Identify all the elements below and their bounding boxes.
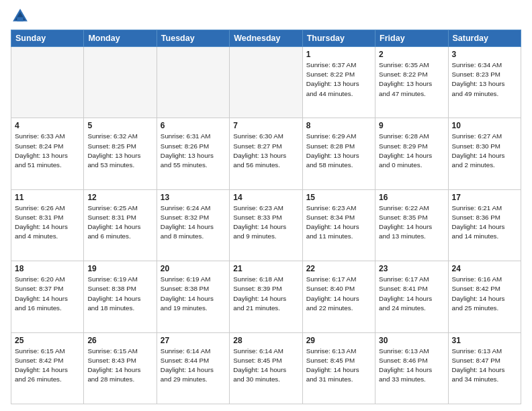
day-number: 16: [379, 193, 444, 202]
day-info: Sunrise: 6:27 AM Sunset: 8:30 PM Dayligh…: [452, 132, 517, 170]
day-number: 23: [379, 264, 444, 273]
day-cell: 24Sunrise: 6:16 AM Sunset: 8:42 PM Dayli…: [448, 261, 521, 332]
day-info: Sunrise: 6:15 AM Sunset: 8:43 PM Dayligh…: [87, 347, 152, 385]
svg-rect-2: [17, 17, 23, 21]
day-cell: 12Sunrise: 6:25 AM Sunset: 8:31 PM Dayli…: [84, 189, 157, 261]
day-number: 31: [452, 336, 517, 345]
day-info: Sunrise: 6:30 AM Sunset: 8:27 PM Dayligh…: [233, 132, 298, 170]
day-number: 19: [87, 264, 152, 273]
day-cell: 19Sunrise: 6:19 AM Sunset: 8:38 PM Dayli…: [84, 261, 157, 332]
week-row-5: 25Sunrise: 6:15 AM Sunset: 8:42 PM Dayli…: [11, 332, 521, 404]
day-cell: 17Sunrise: 6:21 AM Sunset: 8:36 PM Dayli…: [448, 189, 521, 261]
day-number: 17: [452, 193, 517, 202]
day-number: 4: [15, 121, 80, 130]
day-info: Sunrise: 6:35 AM Sunset: 8:22 PM Dayligh…: [379, 60, 444, 99]
page: SundayMondayTuesdayWednesdayThursdayFrid…: [0, 0, 532, 411]
day-info: Sunrise: 6:15 AM Sunset: 8:42 PM Dayligh…: [15, 347, 80, 385]
day-cell: 11Sunrise: 6:26 AM Sunset: 8:31 PM Dayli…: [11, 189, 84, 261]
day-cell: 31Sunrise: 6:13 AM Sunset: 8:47 PM Dayli…: [448, 332, 521, 404]
day-info: Sunrise: 6:31 AM Sunset: 8:26 PM Dayligh…: [161, 132, 226, 170]
day-info: Sunrise: 6:19 AM Sunset: 8:38 PM Dayligh…: [87, 275, 152, 313]
day-cell: 25Sunrise: 6:15 AM Sunset: 8:42 PM Dayli…: [11, 332, 84, 404]
day-cell: [157, 47, 229, 118]
day-number: 27: [161, 336, 226, 345]
week-row-4: 18Sunrise: 6:20 AM Sunset: 8:37 PM Dayli…: [11, 261, 521, 332]
day-info: Sunrise: 6:24 AM Sunset: 8:32 PM Dayligh…: [161, 203, 226, 242]
day-number: 29: [306, 336, 371, 345]
day-cell: 6Sunrise: 6:31 AM Sunset: 8:26 PM Daylig…: [157, 118, 229, 189]
day-cell: 29Sunrise: 6:13 AM Sunset: 8:45 PM Dayli…: [302, 332, 375, 404]
day-number: 6: [161, 121, 226, 130]
day-cell: 8Sunrise: 6:29 AM Sunset: 8:28 PM Daylig…: [302, 118, 375, 189]
day-cell: 27Sunrise: 6:14 AM Sunset: 8:44 PM Dayli…: [157, 332, 229, 404]
logo: [11, 7, 32, 26]
day-info: Sunrise: 6:13 AM Sunset: 8:45 PM Dayligh…: [306, 347, 371, 385]
day-number: 24: [452, 264, 517, 273]
logo-icon: [11, 7, 30, 26]
day-cell: 14Sunrise: 6:23 AM Sunset: 8:33 PM Dayli…: [230, 189, 302, 261]
day-cell: 30Sunrise: 6:13 AM Sunset: 8:46 PM Dayli…: [375, 332, 448, 404]
day-cell: 10Sunrise: 6:27 AM Sunset: 8:30 PM Dayli…: [448, 118, 521, 189]
day-info: Sunrise: 6:19 AM Sunset: 8:38 PM Dayligh…: [161, 275, 226, 313]
day-cell: [84, 47, 157, 118]
weekday-sunday: Sunday: [11, 30, 84, 47]
day-cell: 1Sunrise: 6:37 AM Sunset: 8:22 PM Daylig…: [302, 47, 375, 118]
day-number: 11: [15, 193, 80, 202]
day-number: 15: [306, 193, 371, 202]
day-number: 30: [379, 336, 444, 345]
day-info: Sunrise: 6:16 AM Sunset: 8:42 PM Dayligh…: [452, 275, 517, 313]
day-cell: 21Sunrise: 6:18 AM Sunset: 8:39 PM Dayli…: [230, 261, 302, 332]
day-cell: 4Sunrise: 6:33 AM Sunset: 8:24 PM Daylig…: [11, 118, 84, 189]
day-info: Sunrise: 6:23 AM Sunset: 8:34 PM Dayligh…: [306, 203, 371, 242]
day-number: 25: [15, 336, 80, 345]
week-row-1: 1Sunrise: 6:37 AM Sunset: 8:22 PM Daylig…: [11, 47, 521, 118]
day-cell: 26Sunrise: 6:15 AM Sunset: 8:43 PM Dayli…: [84, 332, 157, 404]
day-info: Sunrise: 6:23 AM Sunset: 8:33 PM Dayligh…: [233, 203, 298, 242]
day-cell: 20Sunrise: 6:19 AM Sunset: 8:38 PM Dayli…: [157, 261, 229, 332]
day-cell: [230, 47, 302, 118]
weekday-header-row: SundayMondayTuesdayWednesdayThursdayFrid…: [11, 30, 521, 47]
day-info: Sunrise: 6:21 AM Sunset: 8:36 PM Dayligh…: [452, 203, 517, 242]
day-number: 5: [87, 121, 152, 130]
day-cell: 18Sunrise: 6:20 AM Sunset: 8:37 PM Dayli…: [11, 261, 84, 332]
day-info: Sunrise: 6:14 AM Sunset: 8:44 PM Dayligh…: [161, 347, 226, 385]
weekday-tuesday: Tuesday: [157, 30, 229, 47]
day-number: 26: [87, 336, 152, 345]
weekday-monday: Monday: [84, 30, 157, 47]
calendar-table: SundayMondayTuesdayWednesdayThursdayFrid…: [11, 30, 521, 404]
day-cell: 5Sunrise: 6:32 AM Sunset: 8:25 PM Daylig…: [84, 118, 157, 189]
day-number: 14: [233, 193, 298, 202]
day-info: Sunrise: 6:18 AM Sunset: 8:39 PM Dayligh…: [233, 275, 298, 313]
day-number: 22: [306, 264, 371, 273]
day-info: Sunrise: 6:33 AM Sunset: 8:24 PM Dayligh…: [15, 132, 80, 170]
day-info: Sunrise: 6:17 AM Sunset: 8:41 PM Dayligh…: [379, 275, 444, 313]
weekday-wednesday: Wednesday: [230, 30, 302, 47]
weekday-saturday: Saturday: [448, 30, 521, 47]
day-cell: 13Sunrise: 6:24 AM Sunset: 8:32 PM Dayli…: [157, 189, 229, 261]
day-number: 18: [15, 264, 80, 273]
day-cell: 16Sunrise: 6:22 AM Sunset: 8:35 PM Dayli…: [375, 189, 448, 261]
week-row-3: 11Sunrise: 6:26 AM Sunset: 8:31 PM Dayli…: [11, 189, 521, 261]
day-info: Sunrise: 6:34 AM Sunset: 8:23 PM Dayligh…: [452, 60, 517, 99]
day-number: 2: [379, 50, 444, 59]
weekday-friday: Friday: [375, 30, 448, 47]
day-info: Sunrise: 6:13 AM Sunset: 8:46 PM Dayligh…: [379, 347, 444, 385]
day-number: 1: [306, 50, 371, 59]
day-cell: 7Sunrise: 6:30 AM Sunset: 8:27 PM Daylig…: [230, 118, 302, 189]
day-number: 13: [161, 193, 226, 202]
day-number: 9: [379, 121, 444, 130]
day-cell: 28Sunrise: 6:14 AM Sunset: 8:45 PM Dayli…: [230, 332, 302, 404]
day-number: 12: [87, 193, 152, 202]
day-cell: 9Sunrise: 6:28 AM Sunset: 8:29 PM Daylig…: [375, 118, 448, 189]
header: [11, 7, 521, 26]
day-info: Sunrise: 6:37 AM Sunset: 8:22 PM Dayligh…: [306, 60, 371, 99]
day-info: Sunrise: 6:25 AM Sunset: 8:31 PM Dayligh…: [87, 203, 152, 242]
day-cell: 23Sunrise: 6:17 AM Sunset: 8:41 PM Dayli…: [375, 261, 448, 332]
day-number: 10: [452, 121, 517, 130]
day-cell: 2Sunrise: 6:35 AM Sunset: 8:22 PM Daylig…: [375, 47, 448, 118]
day-number: 21: [233, 264, 298, 273]
day-cell: 22Sunrise: 6:17 AM Sunset: 8:40 PM Dayli…: [302, 261, 375, 332]
day-cell: 15Sunrise: 6:23 AM Sunset: 8:34 PM Dayli…: [302, 189, 375, 261]
weekday-thursday: Thursday: [302, 30, 375, 47]
day-info: Sunrise: 6:22 AM Sunset: 8:35 PM Dayligh…: [379, 203, 444, 242]
